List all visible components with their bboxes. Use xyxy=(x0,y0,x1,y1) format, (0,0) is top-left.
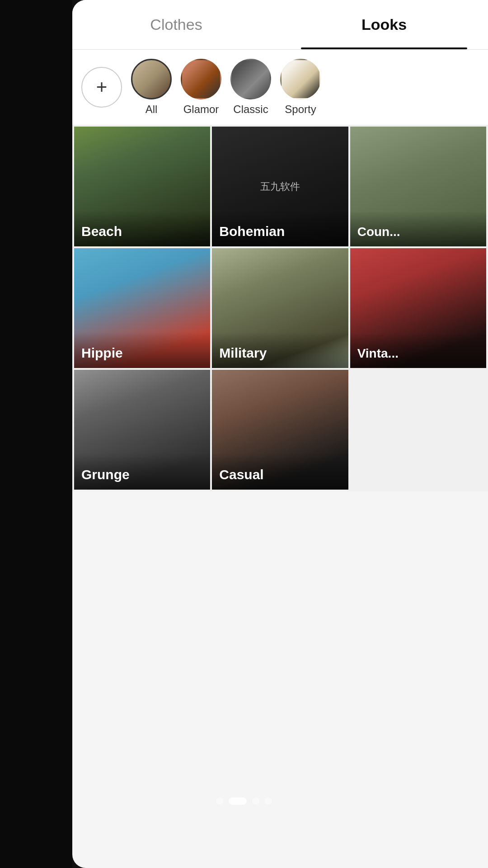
dot-1[interactable] xyxy=(216,797,223,805)
grid-label-casual: Casual xyxy=(212,453,348,490)
grid-label-country: Coun... xyxy=(350,211,486,246)
grid-item-hippie[interactable]: Hippie xyxy=(74,248,210,368)
style-all-image xyxy=(131,59,172,99)
main-panel: Clothes Looks + All Glamor Classic Sp xyxy=(72,0,488,868)
pagination-dots xyxy=(216,797,272,805)
dot-3[interactable] xyxy=(252,797,259,805)
tab-clothes[interactable]: Clothes xyxy=(72,0,280,49)
grid-item-casual[interactable]: Casual xyxy=(212,370,348,490)
grid-item-empty xyxy=(350,370,486,490)
grid-item-country[interactable]: Coun... xyxy=(350,127,486,246)
style-sporty-image xyxy=(280,59,321,99)
style-glamor-image xyxy=(181,59,221,99)
grid-label-military: Military xyxy=(212,332,348,368)
tab-bar: Clothes Looks xyxy=(72,0,488,50)
grid-item-grunge[interactable]: Grunge xyxy=(74,370,210,490)
grid-item-bohemian[interactable]: Bohemian 五九软件 xyxy=(212,127,348,246)
style-sporty[interactable]: Sporty xyxy=(280,59,321,116)
grid-label-grunge: Grunge xyxy=(74,453,210,490)
grid-item-beach[interactable]: Beach xyxy=(74,127,210,246)
grid-label-bohemian: Bohemian xyxy=(212,210,348,246)
grid-item-vintage[interactable]: Vinta... xyxy=(350,248,486,368)
style-filter-row: + All Glamor Classic Sporty xyxy=(72,50,488,125)
dot-2[interactable] xyxy=(229,797,247,805)
style-glamor[interactable]: Glamor xyxy=(181,59,221,116)
style-classic-image xyxy=(230,59,271,99)
style-classic[interactable]: Classic xyxy=(230,59,271,116)
dot-4[interactable] xyxy=(265,797,272,805)
looks-grid: Beach Bohemian 五九软件 Coun... Hippie Milit… xyxy=(72,125,488,491)
add-style-button[interactable]: + xyxy=(81,67,122,108)
style-all[interactable]: All xyxy=(131,59,172,116)
watermark: 五九软件 xyxy=(260,180,300,193)
grid-label-beach: Beach xyxy=(74,210,210,246)
grid-label-hippie: Hippie xyxy=(74,332,210,368)
grid-label-vintage: Vinta... xyxy=(350,333,486,368)
grid-item-military[interactable]: Military xyxy=(212,248,348,368)
tab-looks[interactable]: Looks xyxy=(280,0,488,49)
